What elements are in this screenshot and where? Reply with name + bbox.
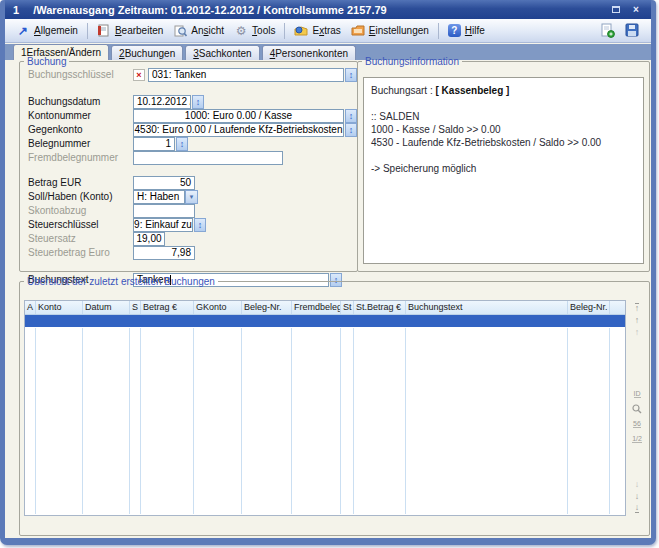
- group-buchung-legend: Buchung: [24, 56, 69, 67]
- nav-half-button[interactable]: 1/2: [630, 433, 644, 445]
- column-beleg-nr: [242, 328, 292, 514]
- column-header-s[interactable]: S: [130, 301, 141, 314]
- column-buchungstext: [406, 328, 568, 514]
- buchungsart-value: [ Kassenbeleg ]: [435, 85, 509, 96]
- group-buchungsinformation-legend: Buchungsinformation: [362, 56, 462, 67]
- window-title: /Warenausgang Zeitraum: 01.2012-12.2012 …: [33, 4, 387, 16]
- belegnummer-input[interactable]: 1: [133, 137, 175, 151]
- table-header-row: A Konto Datum S Betrag € GKonto Beleg-Nr…: [25, 301, 625, 315]
- buchungsdatum-label: Buchungsdatum: [28, 96, 133, 107]
- menu-bearbeiten[interactable]: Bearbeiten: [92, 22, 168, 40]
- search-icon: [632, 404, 642, 414]
- folder-settings-icon: [351, 24, 365, 38]
- menu-einstellungen-label: Einstellungen: [369, 25, 429, 36]
- row-up-icon: ↑: [635, 328, 640, 337]
- column-header-a[interactable]: A: [25, 301, 36, 314]
- dropdown-arrow-button[interactable]: ▼: [185, 190, 198, 204]
- restore-button[interactable]: [609, 4, 623, 16]
- nav-56-button[interactable]: 56: [630, 418, 644, 430]
- menu-ansicht[interactable]: Ansicht: [168, 22, 229, 40]
- spinner-button[interactable]: ↕: [345, 109, 357, 123]
- soll-haben-select[interactable]: H: Haben: [133, 190, 185, 204]
- page-down-button[interactable]: ↓: [630, 490, 644, 502]
- spacer: [20, 165, 357, 175]
- save-button[interactable]: [624, 23, 641, 39]
- record-id-button[interactable]: ID: [630, 388, 644, 400]
- column-header-beleg-nr[interactable]: Beleg-Nr.: [242, 301, 292, 314]
- spinner-button[interactable]: ↕: [345, 68, 357, 82]
- clear-x-button[interactable]: ×: [133, 69, 145, 81]
- scroll-to-last-icon: ↓: [635, 503, 640, 513]
- window-index: 1: [13, 4, 19, 16]
- row-down-button[interactable]: ↓: [630, 478, 644, 490]
- page-up-button[interactable]: ↑: [630, 314, 644, 326]
- field-row-kontonummer: Kontonummer 1000: Euro 0.00 / Kasse ↕: [28, 109, 357, 122]
- fremdbelegnummer-label: Fremdbelegnummer: [28, 152, 133, 163]
- scroll-to-last-button[interactable]: ↓: [630, 502, 644, 514]
- column-header-fremdbeleg-nr[interactable]: Fremdbeleg-Nr.: [292, 301, 341, 314]
- spacer: [371, 149, 636, 162]
- close-button[interactable]: ×: [629, 4, 643, 16]
- column-header-buchungstext[interactable]: Buchungstext: [406, 301, 568, 314]
- app-window: 1 /Warenausgang Zeitraum: 01.2012-12.201…: [0, 0, 656, 545]
- betrag-eur-label: Betrag EUR: [28, 177, 133, 188]
- column-header-konto[interactable]: Konto: [36, 301, 83, 314]
- fremdbelegnummer-input[interactable]: [133, 151, 283, 165]
- scroll-to-first-button[interactable]: ↑: [630, 302, 644, 314]
- spinner-button[interactable]: ↕: [345, 123, 357, 137]
- buchungsart-line: Buchungsart : [ Kassenbeleg ]: [371, 84, 636, 97]
- column-header-st[interactable]: St: [341, 301, 354, 314]
- column-header-datum[interactable]: Datum: [83, 301, 130, 314]
- table-body[interactable]: [25, 328, 625, 514]
- nav-group-middle: ID 56 1/2: [630, 388, 644, 445]
- page-up-icon: ↑: [635, 316, 640, 325]
- toolbar-separator: [284, 23, 285, 39]
- menu-hilfe[interactable]: ? Hilfe: [443, 22, 490, 39]
- menu-tools[interactable]: ⚙ Tools: [229, 22, 280, 40]
- toolbar-right-group: [599, 23, 645, 39]
- menu-toolbar: ↗ Allgemein Bearbeiten Ansicht ⚙ Tools E…: [5, 19, 651, 43]
- column-header-gkonto[interactable]: GKonto: [194, 301, 242, 314]
- steuerbetrag-euro-input[interactable]: 7,98: [133, 246, 195, 260]
- toolbar-separator: [438, 23, 439, 39]
- page-down-icon: ↓: [635, 492, 640, 501]
- buchungsdatum-input[interactable]: 10.12.2012 /Mo: [133, 95, 191, 109]
- column-s: [130, 328, 141, 514]
- selected-empty-row[interactable]: [25, 315, 625, 328]
- skontoabzug-input[interactable]: [133, 204, 195, 218]
- steuerschluessel-input[interactable]: 9: Einkauf zu: [133, 218, 193, 232]
- title-bar[interactable]: 1 /Warenausgang Zeitraum: 01.2012-12.201…: [5, 0, 651, 19]
- belegnummer-label: Belegnummer: [28, 138, 133, 149]
- menu-allgemein[interactable]: ↗ Allgemein: [11, 22, 83, 40]
- buchungsschluessel-input[interactable]: 031: Tanken: [148, 68, 344, 82]
- gear-icon: ⚙: [234, 24, 248, 38]
- menu-einstellungen[interactable]: Einstellungen: [346, 22, 434, 40]
- column-header-beleg-nr-2[interactable]: Beleg-Nr. 2: [568, 301, 610, 314]
- spinner-button[interactable]: ↕: [194, 218, 206, 232]
- spinner-button[interactable]: ↕: [176, 137, 188, 151]
- gegenkonto-input[interactable]: 4530: Euro 0.00 / Laufende Kfz-Betriebsk…: [133, 123, 344, 137]
- row-up-button[interactable]: ↑: [630, 326, 644, 338]
- buchungsinformation-panel: Buchungsart : [ Kassenbeleg ] :: SALDEN …: [363, 77, 644, 264]
- spacer: [20, 260, 357, 272]
- desktop: 1 /Warenausgang Zeitraum: 01.2012-12.201…: [0, 0, 659, 548]
- steuerbetrag-euro-label: Steuerbetrag Euro: [28, 247, 133, 258]
- column-header-filler: [610, 301, 625, 314]
- steuersatz-input[interactable]: 19,00: [133, 232, 165, 246]
- column-header-betrag[interactable]: Betrag €: [141, 301, 194, 314]
- help-icon: ?: [448, 24, 461, 37]
- magnifier-page-icon: [173, 24, 187, 38]
- field-row-gegenkonto: Gegenkonto 4530: Euro 0.00 / Laufende Kf…: [28, 123, 357, 136]
- menu-extras[interactable]: Extras: [289, 22, 345, 40]
- record-id-icon: ID: [634, 390, 641, 398]
- kontonummer-input[interactable]: 1000: Euro 0.00 / Kasse: [133, 109, 344, 123]
- buchungsschluessel-label: Buchungsschlüssel: [28, 69, 133, 80]
- edit-notebook-icon: [97, 24, 111, 38]
- new-document-button[interactable]: [599, 23, 616, 39]
- spinner-button[interactable]: ↕: [192, 95, 204, 109]
- status-line: -> Speicherung möglich: [371, 162, 636, 175]
- column-header-st-betrag[interactable]: St.Betrag €: [354, 301, 406, 314]
- menu-tools-label: Tools: [252, 25, 275, 36]
- betrag-eur-input[interactable]: 50: [133, 176, 195, 190]
- search-button[interactable]: [630, 403, 644, 415]
